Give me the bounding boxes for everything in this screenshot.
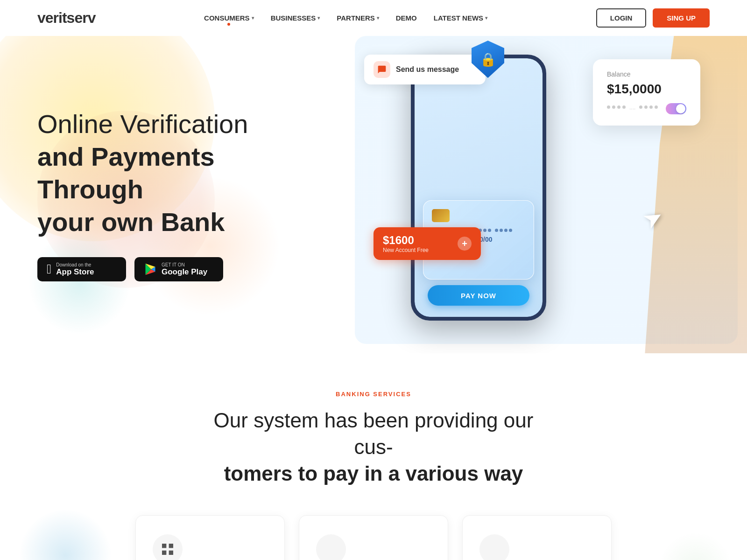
chevron-down-icon: ▾ xyxy=(377,15,379,21)
appstore-button[interactable]:  Download on the App Store xyxy=(37,257,126,281)
header-actions: LOGIN SING UP xyxy=(596,8,710,28)
balance-amount: $15,0000 xyxy=(607,82,686,97)
card-dot xyxy=(509,229,512,232)
section-title: Our system has been providing our cus- t… xyxy=(210,407,537,487)
service-card-2 xyxy=(299,515,448,560)
balance-label: Balance xyxy=(607,70,686,78)
card-chip xyxy=(432,209,450,222)
toggle-switch[interactable] xyxy=(666,103,686,114)
apple-icon:  xyxy=(47,262,51,277)
store-buttons:  Download on the App Store GET IT ON Go… xyxy=(37,257,280,281)
svg-rect-5 xyxy=(169,544,173,548)
googleplay-button[interactable]: GET IT ON Google Play xyxy=(134,257,223,281)
main-nav: CONSUMERS ▾ BUSINESSES ▾ PARTNERS ▾ DEMO… xyxy=(204,14,487,22)
nav-item-news[interactable]: LATEST NEWS ▾ xyxy=(434,14,487,22)
pay-now-button[interactable]: PAY NOW xyxy=(428,285,529,306)
service-card-3 xyxy=(462,515,612,560)
nav-item-consumers[interactable]: CONSUMERS ▾ xyxy=(204,14,254,22)
hero-section: Online Verification and Payments Through… xyxy=(0,36,747,353)
card-dot xyxy=(483,229,486,232)
message-icon xyxy=(374,61,390,78)
service-cards-row xyxy=(37,515,710,560)
lock-icon: 🔒 xyxy=(480,52,496,67)
card-dot xyxy=(488,229,491,232)
toggle-knob xyxy=(676,104,685,113)
shield-icon-container: 🔒 xyxy=(472,41,504,78)
floating-message-card: Send us message xyxy=(364,55,486,84)
chevron-down-icon: ▾ xyxy=(317,15,320,21)
nav-item-partners[interactable]: PARTNERS ▾ xyxy=(337,14,379,22)
card-dot xyxy=(495,229,498,232)
hero-title: Online Verification and Payments Through… xyxy=(37,108,280,238)
service-card-icon-3 xyxy=(479,534,509,560)
nav-item-demo[interactable]: DEMO xyxy=(396,14,417,22)
svg-rect-6 xyxy=(162,550,166,554)
chevron-down-icon: ▾ xyxy=(252,15,254,21)
hero-content: Online Verification and Payments Through… xyxy=(0,89,317,300)
phone-body: EXPIRES END Month Year 00/00 PAY NOW xyxy=(411,55,546,321)
header: veritserv CONSUMERS ▾ BUSINESSES ▾ PARTN… xyxy=(0,0,747,36)
card-dot-group-4 xyxy=(495,229,512,232)
google-play-icon xyxy=(144,263,157,276)
phone-mockup: EXPIRES END Month Year 00/00 PAY NOW xyxy=(411,55,556,325)
card-dot xyxy=(500,229,503,232)
nav-item-businesses[interactable]: BUSINESSES ▾ xyxy=(271,14,320,22)
svg-rect-7 xyxy=(169,550,173,554)
signup-button[interactable]: SING UP xyxy=(653,8,710,28)
phone-screen: EXPIRES END Month Year 00/00 PAY NOW xyxy=(415,58,543,317)
amount-pill: $1600 New Account Free + xyxy=(374,227,481,260)
svg-rect-4 xyxy=(162,544,166,548)
chevron-down-icon: ▾ xyxy=(485,15,487,21)
banking-services-section: BANKING SERVICES Our system has been pro… xyxy=(0,353,747,560)
hero-visual-area: Send us message 🔒 xyxy=(327,36,747,353)
logo-text: veritserv xyxy=(37,9,95,26)
amount-value: $1600 xyxy=(383,234,429,247)
service-card-1 xyxy=(135,515,285,560)
login-button[interactable]: LOGIN xyxy=(596,8,647,28)
service-card-icon-1 xyxy=(153,534,183,560)
card-dot xyxy=(504,229,507,232)
shield-icon: 🔒 xyxy=(472,41,504,78)
message-text: Send us message xyxy=(396,65,459,74)
section-label: BANKING SERVICES xyxy=(37,391,710,398)
logo[interactable]: veritserv xyxy=(37,9,95,27)
balance-card: Balance $15,0000 ···· xyxy=(593,59,700,126)
service-card-icon-2 xyxy=(316,534,346,560)
balance-dots: ···· xyxy=(607,105,658,112)
balance-card-footer: ···· xyxy=(607,103,686,114)
amount-plus-button[interactable]: + xyxy=(458,237,472,251)
amount-subtitle: New Account Free xyxy=(383,247,429,253)
